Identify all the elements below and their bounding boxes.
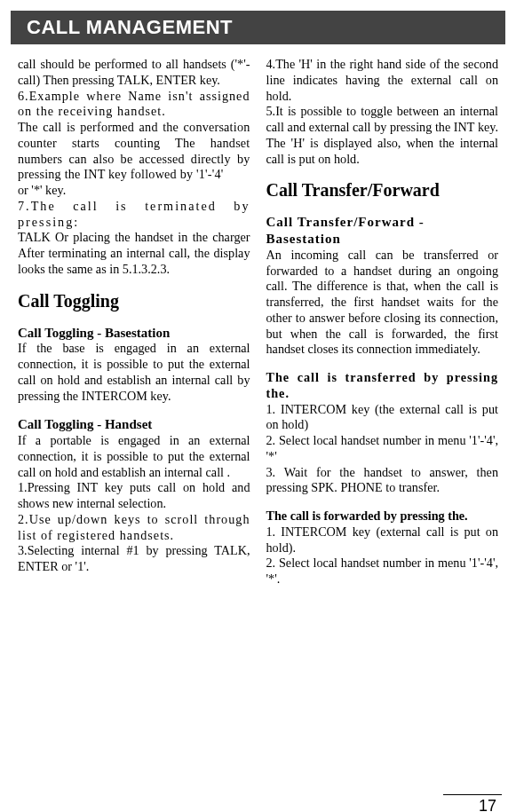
para: TALK Or placing the handset in the charg… xyxy=(18,230,250,277)
section-banner: CALL MANAGEMENT xyxy=(11,11,505,44)
para: 1.Pressing INT key puts call on hold and… xyxy=(18,480,250,512)
para: If a portable is engaged in an external … xyxy=(18,433,250,480)
heading-call-toggling: Call Toggling xyxy=(18,290,250,312)
para: call should be performed to all handsets… xyxy=(18,57,250,89)
heading-toggling-basestation: Call Toggling - Basestation xyxy=(18,325,250,342)
para: 2. Select local handset number in menu '… xyxy=(266,556,499,587)
heading-call-transfer: Call Transfer/Forward xyxy=(266,179,499,201)
para: 3. Wait for the handset to answer, then … xyxy=(266,465,499,497)
para: 1. INTERCOM key (external call is put on… xyxy=(266,524,499,556)
para: 3.Selecting internal #1 by pressing TALK… xyxy=(18,543,250,575)
right-column: 4.The 'H' in the right hand side of the … xyxy=(266,57,499,587)
subheading-transferred: The call is transferred by pressing the. xyxy=(266,370,499,402)
para: 6.Example where Name isn't assigned on t… xyxy=(18,89,250,121)
para: 4.The 'H' in the right hand side of the … xyxy=(266,57,499,104)
subheading-forwarded: The call is forwarded by pressing the. xyxy=(266,508,499,524)
para: If the base is engaged in an external co… xyxy=(18,341,250,404)
para: 2.Use up/down keys to scroll through lis… xyxy=(18,512,250,544)
heading-toggling-handset: Call Toggling - Handset xyxy=(18,416,250,433)
para: An incoming call can be transferred or f… xyxy=(266,248,499,358)
para: or '*' key. xyxy=(18,183,250,199)
para: The call is performed and the conversati… xyxy=(18,120,250,183)
heading-transfer-basestation: Call Transfer/Forward - Basestation xyxy=(266,214,499,248)
para: 1. INTERCOM key (the external call is pu… xyxy=(266,402,499,434)
left-column: call should be performed to all handsets… xyxy=(18,57,250,587)
para: 2. Select local handset number in menu '… xyxy=(266,433,499,465)
page-number: 17 xyxy=(443,794,502,812)
para: 5.It is possible to toggle between an in… xyxy=(266,104,499,167)
para: 7.The call is terminated by pressing: xyxy=(18,199,250,231)
